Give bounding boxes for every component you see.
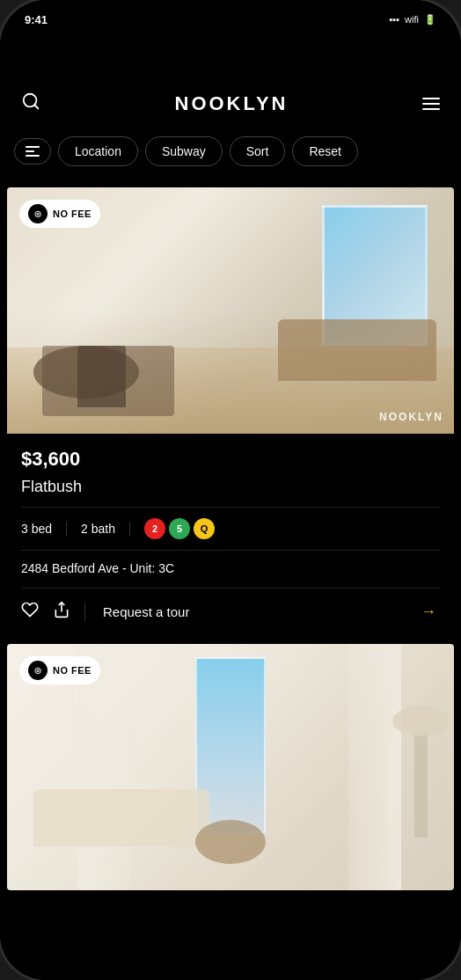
- status-bar: 9:41 ▪▪▪ wifi 🔋: [0, 0, 461, 39]
- nooklyn-logo-small-1: ◎: [28, 204, 48, 223]
- listing-specs-1: 3 bed 2 bath 2 5 Q: [21, 518, 440, 551]
- status-time: 9:41: [25, 13, 48, 26]
- bed-count-1: 3 bed: [21, 522, 67, 536]
- table-element: [33, 346, 139, 399]
- listings-container: ◎ NO FEE NOOKLYN $3,600 Flatbush 3 bed 2…: [0, 180, 461, 980]
- sofa2-element: [33, 789, 209, 846]
- bath-count-1: 2 bath: [81, 522, 130, 536]
- listing-actions-1: Request a tour →: [21, 601, 440, 623]
- lamp-element: [414, 732, 428, 837]
- nooklyn-logo-small-2: ◎: [28, 661, 48, 680]
- phone-screen: 9:41 ▪▪▪ wifi 🔋 NOOKLYN: [0, 0, 461, 980]
- location-filter-button[interactable]: Location: [58, 136, 138, 166]
- tour-arrow-1: →: [421, 603, 436, 621]
- curtain-right: [348, 644, 401, 890]
- favorite-button-1[interactable]: [21, 601, 39, 623]
- chair-element: [77, 346, 126, 407]
- status-icons: ▪▪▪ wifi 🔋: [389, 14, 436, 26]
- svg-line-1: [34, 105, 38, 108]
- wifi-icon: wifi: [405, 14, 419, 25]
- listing-address-1: 2484 Bedford Ave - Unit: 3C: [21, 561, 440, 589]
- search-icon[interactable]: [21, 91, 40, 115]
- nooklyn-watermark-1: NOOKLYN: [379, 411, 443, 423]
- listing-card-1: ◎ NO FEE NOOKLYN $3,600 Flatbush 3 bed 2…: [7, 187, 454, 637]
- no-fee-badge-2: ◎ NO FEE: [19, 656, 100, 684]
- app-logo: NOOKLYN: [175, 92, 289, 115]
- share-button-1[interactable]: [53, 601, 70, 623]
- subway-badge-5: 5: [169, 518, 190, 539]
- signal-icon: ▪▪▪: [389, 14, 399, 25]
- listing-price-1: $3,600: [21, 448, 440, 471]
- action-separator-1: [84, 603, 85, 621]
- table2-element: [195, 820, 266, 864]
- menu-icon[interactable]: [422, 98, 440, 110]
- subway-badge-q: Q: [194, 518, 215, 539]
- listing-details-1: $3,600 Flatbush 3 bed 2 bath 2 5 Q: [7, 434, 454, 637]
- request-tour-button-1[interactable]: Request a tour →: [99, 603, 440, 621]
- subway-filter-button[interactable]: Subway: [145, 136, 223, 166]
- filter-bar: Location Subway Sort Reset: [0, 129, 461, 180]
- hamburger-icon: [422, 98, 440, 110]
- sliders-icon: [26, 146, 40, 157]
- filter-sliders-button[interactable]: [14, 138, 51, 165]
- reset-filter-button[interactable]: Reset: [292, 136, 358, 166]
- subway-lines-1: 2 5 Q: [144, 518, 229, 539]
- app-header: NOOKLYN: [0, 39, 461, 129]
- listing-image-1[interactable]: ◎ NO FEE NOOKLYN: [7, 187, 454, 434]
- subway-badges-1: 2 5 Q: [144, 518, 215, 539]
- sofa-element: [278, 319, 436, 381]
- sort-filter-button[interactable]: Sort: [230, 136, 286, 166]
- subway-badge-2: 2: [144, 518, 165, 539]
- listing-neighborhood-1: Flatbush: [21, 478, 440, 508]
- listing-image-2[interactable]: ◎ NO FEE: [7, 644, 454, 890]
- no-fee-badge-1: ◎ NO FEE: [19, 200, 100, 228]
- listing-card-2: ◎ NO FEE: [7, 644, 454, 890]
- phone-frame: 9:41 ▪▪▪ wifi 🔋 NOOKLYN: [0, 0, 461, 980]
- battery-icon: 🔋: [424, 14, 436, 26]
